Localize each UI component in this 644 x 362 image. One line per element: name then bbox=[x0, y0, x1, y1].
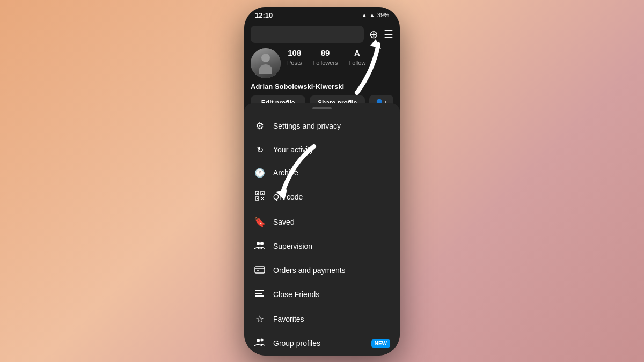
group-profiles-label: Group profiles bbox=[273, 339, 364, 348]
svg-rect-9 bbox=[263, 199, 264, 200]
group-profiles-icon bbox=[254, 338, 266, 349]
drawer-item-saved[interactable]: 🔖 Saved bbox=[244, 210, 400, 234]
stats-row: 108 Posts 89 Followers A Follow bbox=[287, 48, 393, 67]
phone-frame: 12:10 ▲ ▲ 39% ⊕ ☰ 108 Posts bbox=[244, 7, 400, 356]
drawer-item-close-friends[interactable]: Close Friends bbox=[244, 283, 400, 307]
status-time: 12:10 bbox=[255, 11, 273, 19]
posts-stat[interactable]: 108 Posts bbox=[287, 48, 302, 67]
drawer-item-supervision[interactable]: Supervision bbox=[244, 234, 400, 258]
saved-icon: 🔖 bbox=[254, 216, 266, 228]
favorites-label: Favorites bbox=[273, 315, 390, 323]
supervision-icon bbox=[254, 241, 266, 252]
settings-label: Settings and privacy bbox=[273, 122, 390, 130]
favorites-icon: ☆ bbox=[254, 313, 266, 325]
settings-icon: ⚙ bbox=[254, 120, 266, 132]
close-friends-icon bbox=[254, 289, 266, 300]
close-friends-label: Close Friends bbox=[273, 290, 390, 299]
svg-point-11 bbox=[257, 242, 260, 245]
posts-count: 108 bbox=[287, 48, 302, 57]
profile-top-bar: ⊕ ☰ bbox=[251, 26, 393, 43]
svg-rect-5 bbox=[257, 198, 258, 199]
drawer-item-archive[interactable]: 🕐 Archive bbox=[244, 161, 400, 184]
svg-rect-6 bbox=[261, 197, 262, 198]
svg-point-19 bbox=[257, 339, 260, 342]
profile-name: Adrian Sobolewski-Kiwerski bbox=[251, 83, 393, 91]
wifi-icon: ▲ bbox=[361, 12, 367, 18]
profile-info: 108 Posts 89 Followers A Follow bbox=[251, 48, 393, 78]
followers-count: 89 bbox=[313, 48, 338, 57]
posts-label: Posts bbox=[287, 60, 302, 66]
avatar-image bbox=[251, 48, 281, 78]
drawer-item-orders[interactable]: Orders and payments bbox=[244, 258, 400, 283]
archive-icon: 🕐 bbox=[254, 168, 266, 178]
status-icons: ▲ ▲ 39% bbox=[361, 12, 389, 18]
avatar bbox=[251, 48, 281, 78]
svg-rect-8 bbox=[261, 199, 262, 200]
drawer-handle[interactable] bbox=[312, 107, 332, 109]
menu-icon[interactable]: ☰ bbox=[384, 29, 393, 40]
following-label: Follow bbox=[349, 60, 366, 66]
drawer: ⚙ Settings and privacy ↻ Your activity 🕐… bbox=[244, 103, 400, 356]
username-bar bbox=[251, 26, 364, 43]
orders-icon bbox=[254, 265, 266, 276]
top-icons: ⊕ ☰ bbox=[369, 29, 393, 40]
followers-stat[interactable]: 89 Followers bbox=[313, 48, 338, 67]
qrcode-label: QR code bbox=[273, 193, 390, 201]
svg-point-12 bbox=[260, 242, 264, 245]
activity-icon: ↻ bbox=[254, 145, 266, 155]
status-bar: 12:10 ▲ ▲ 39% bbox=[244, 7, 400, 21]
svg-rect-10 bbox=[262, 198, 263, 199]
followers-label: Followers bbox=[313, 60, 338, 66]
saved-label: Saved bbox=[273, 218, 390, 226]
following-count: A bbox=[349, 48, 366, 57]
svg-rect-3 bbox=[262, 193, 263, 194]
add-post-icon[interactable]: ⊕ bbox=[369, 29, 378, 40]
activity-label: Your activity bbox=[273, 145, 390, 154]
drawer-item-settings[interactable]: ⚙ Settings and privacy bbox=[244, 114, 400, 138]
svg-rect-7 bbox=[263, 197, 264, 198]
new-badge: NEW bbox=[371, 339, 390, 348]
drawer-item-group-profiles[interactable]: Group profiles NEW bbox=[244, 331, 400, 356]
signal-icon: ▲ bbox=[369, 12, 375, 18]
supervision-label: Supervision bbox=[273, 242, 390, 250]
drawer-item-activity[interactable]: ↻ Your activity bbox=[244, 138, 400, 161]
svg-rect-13 bbox=[255, 267, 265, 273]
svg-rect-1 bbox=[257, 193, 258, 194]
drawer-item-qrcode[interactable]: QR code bbox=[244, 184, 400, 210]
svg-point-20 bbox=[261, 338, 264, 341]
archive-label: Archive bbox=[273, 168, 390, 177]
drawer-item-favorites[interactable]: ☆ Favorites bbox=[244, 307, 400, 331]
battery-indicator: 39% bbox=[377, 12, 389, 18]
following-stat[interactable]: A Follow bbox=[349, 48, 366, 67]
qrcode-icon bbox=[254, 191, 266, 203]
orders-label: Orders and payments bbox=[273, 266, 390, 275]
